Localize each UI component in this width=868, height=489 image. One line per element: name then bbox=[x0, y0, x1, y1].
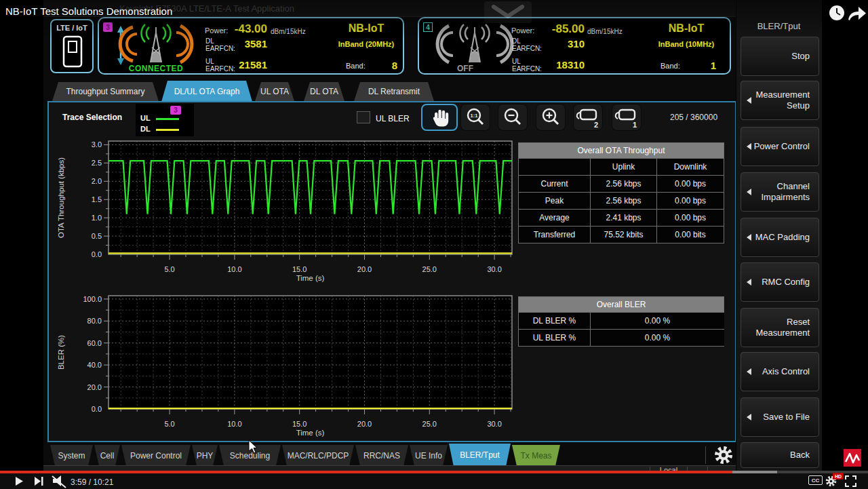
cell4-ul-earfcn: 18310 bbox=[534, 59, 585, 71]
tab-ue-info[interactable]: UE Info bbox=[410, 445, 448, 466]
cell3-band-value: 8 bbox=[378, 60, 397, 71]
svg-text:Time (s): Time (s) bbox=[296, 274, 325, 282]
table-corner-cell bbox=[519, 159, 590, 175]
cell3-status: CONNECTED bbox=[115, 64, 197, 73]
tab-rrc-nas[interactable]: RRC/NAS bbox=[355, 445, 408, 466]
zoom-out-icon bbox=[500, 105, 526, 130]
svg-text:15.0: 15.0 bbox=[292, 420, 307, 428]
svg-text:20.0: 20.0 bbox=[357, 265, 372, 273]
bottom-bar-divider bbox=[705, 446, 706, 464]
channel-logo bbox=[844, 449, 861, 467]
closed-captions-button[interactable]: CC bbox=[808, 475, 823, 485]
mouse-cursor bbox=[248, 439, 258, 454]
svg-text:0.0: 0.0 bbox=[92, 250, 102, 258]
tab-bler-tput[interactable]: BLER/Tput bbox=[449, 444, 511, 467]
left-arrow-icon bbox=[747, 234, 751, 241]
svg-text:30.0: 30.0 bbox=[487, 265, 501, 273]
device-type-panel[interactable]: LTE / IoT bbox=[50, 19, 94, 73]
svg-text:1:1: 1:1 bbox=[471, 113, 478, 119]
zoom-reset-icon: 1:1 bbox=[462, 105, 488, 130]
marker2-button[interactable]: 2 bbox=[573, 104, 603, 131]
mute-icon[interactable] bbox=[52, 475, 66, 488]
tab-tx-meas[interactable]: Tx Meas bbox=[512, 445, 560, 466]
share-icon[interactable] bbox=[848, 6, 867, 20]
row-label: UL BLER % bbox=[519, 330, 590, 346]
zoom-reset-button[interactable]: 1:1 bbox=[460, 104, 490, 131]
play-button[interactable] bbox=[16, 477, 24, 486]
trace-ul-swatch bbox=[156, 118, 179, 120]
trace-dl-swatch bbox=[156, 129, 179, 131]
bler-chart[interactable]: 5.010.015.020.025.030.00.020.040.060.080… bbox=[49, 292, 524, 452]
tab-dlul-ota-graph[interactable]: DL/UL OTA Graph bbox=[161, 81, 252, 102]
cell4-antenna-icon bbox=[431, 22, 519, 65]
softkey-save-to-file[interactable]: Save to File bbox=[741, 397, 819, 437]
cell3-ul-earfcn: 21581 bbox=[217, 59, 267, 71]
svg-text:1.5: 1.5 bbox=[92, 195, 102, 203]
trace-selection-legend[interactable]: 3 UL DL bbox=[136, 104, 194, 136]
ul-bler-value: 0.00 % bbox=[591, 330, 724, 346]
tab-power-control[interactable]: Power Control bbox=[121, 445, 191, 466]
cell4-band-value: 1 bbox=[697, 60, 716, 71]
video-control-bar bbox=[0, 473, 868, 489]
softkey-power-control[interactable]: Power Control bbox=[741, 127, 819, 166]
softkey-reset-measurement[interactable]: Reset Measurement bbox=[741, 308, 819, 347]
peak-uplink: 2.56 kbps bbox=[591, 193, 656, 209]
softkey-back[interactable]: Back bbox=[741, 442, 819, 468]
softkey-measurement-setup[interactable]: Measurement Setup bbox=[741, 81, 819, 120]
tab-throughput-summary[interactable]: Throughput Summary bbox=[52, 82, 159, 101]
zoom-in-button[interactable] bbox=[536, 104, 566, 131]
softkey-stop[interactable]: Stop bbox=[741, 37, 819, 76]
softkey-menu-title: BLER/Tput bbox=[736, 21, 822, 31]
tab-dl-retransmit[interactable]: DL Retransmit bbox=[354, 82, 434, 101]
cell3-dl-earfcn: 3581 bbox=[225, 38, 267, 50]
next-button[interactable] bbox=[35, 477, 43, 486]
tab-ul-ota[interactable]: UL OTA bbox=[255, 82, 294, 101]
svg-text:15.0: 15.0 bbox=[292, 265, 307, 273]
softkey-channel-impairments[interactable]: Channel Impairments bbox=[741, 172, 819, 212]
trace-selection-label: Trace Selection bbox=[62, 113, 122, 122]
left-arrow-icon bbox=[747, 279, 751, 286]
transferred-uplink: 75.52 kbits bbox=[591, 227, 656, 243]
svg-text:10.0: 10.0 bbox=[227, 265, 241, 273]
cell4-status: OFF bbox=[438, 64, 492, 73]
marker1-button[interactable]: 1 bbox=[612, 104, 642, 131]
ul-bler-checkbox[interactable] bbox=[357, 111, 370, 123]
average-uplink: 2.41 kbps bbox=[591, 210, 656, 226]
zoom-out-button[interactable] bbox=[498, 104, 528, 131]
settings-gear-button[interactable] bbox=[713, 445, 734, 468]
row-label: Current bbox=[519, 176, 590, 192]
fullscreen-icon[interactable] bbox=[845, 475, 856, 487]
trace-ul-label: UL bbox=[140, 114, 151, 122]
softkey-axis-control[interactable]: Axis Control bbox=[741, 352, 819, 391]
tab-dl-ota[interactable]: DL OTA bbox=[304, 82, 344, 101]
ue-device-icon bbox=[61, 35, 84, 69]
tab-mac-rlc-pdcp[interactable]: MAC/RLC/PDCP bbox=[282, 445, 354, 466]
row-label: Average bbox=[519, 210, 590, 226]
watch-later-icon[interactable] bbox=[829, 5, 845, 21]
cell4-status-panel: 4 OFF Power: -85.00 dBm/15kHz DLEARFCN: … bbox=[418, 17, 731, 75]
chevron-down-icon bbox=[484, 1, 532, 23]
svg-text:1.0: 1.0 bbox=[92, 214, 102, 222]
video-time: 3:59 / 10:21 bbox=[71, 477, 113, 487]
svg-text:10.0: 10.0 bbox=[227, 420, 241, 428]
cell4-dl-label: DLEARFCN: bbox=[512, 37, 542, 52]
cell4-tech: NB-IoT bbox=[649, 22, 724, 35]
cell4-dl-earfcn: 310 bbox=[544, 38, 585, 50]
svg-text:40.0: 40.0 bbox=[87, 361, 102, 369]
svg-text:5.0: 5.0 bbox=[164, 265, 174, 273]
ul-bler-label: UL BLER bbox=[376, 114, 410, 123]
ota-throughput-chart[interactable]: 5.010.015.020.025.030.00.00.51.01.52.02.… bbox=[49, 137, 524, 297]
softkey-mac-padding[interactable]: MAC Padding bbox=[741, 218, 819, 257]
cell4-band-label: Band: bbox=[660, 62, 680, 70]
pan-tool-button[interactable] bbox=[421, 104, 458, 131]
zoom-in-icon bbox=[538, 105, 564, 130]
current-uplink: 2.56 kbps bbox=[591, 176, 656, 192]
tab-system[interactable]: System bbox=[50, 445, 93, 466]
device-type-label: LTE / IoT bbox=[52, 24, 92, 32]
cell4-mode: InBand (10MHz) bbox=[646, 40, 727, 48]
trace-dl-label: DL bbox=[140, 125, 151, 133]
row-label: DL BLER % bbox=[519, 313, 590, 329]
softkey-rmc-config[interactable]: RMC Config bbox=[741, 262, 819, 302]
screen: Keysight E7530A LTE/LTE-A Test Applicati… bbox=[0, 0, 868, 489]
hand-icon bbox=[427, 106, 452, 129]
